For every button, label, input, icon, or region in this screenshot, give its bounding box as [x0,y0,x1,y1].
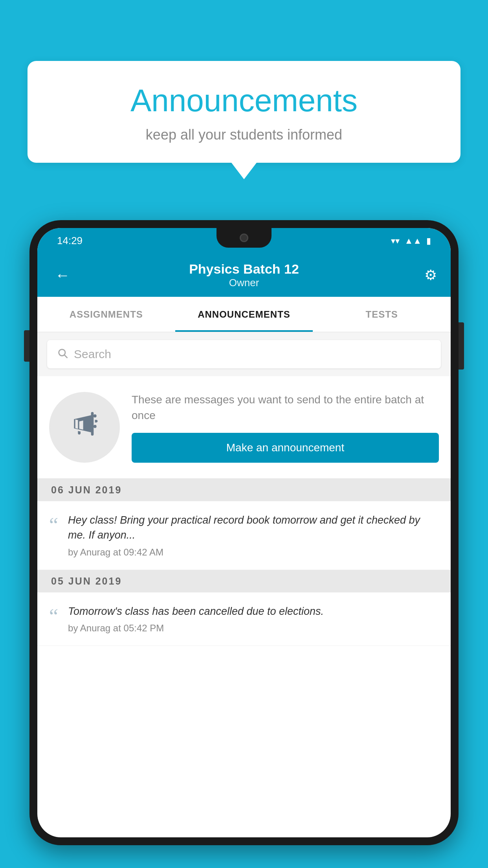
announcement-meta-2: by Anurag at 05:42 PM [68,623,439,634]
search-bar[interactable]: Search [47,340,441,368]
battery-icon: ▮ [426,236,431,246]
speech-bubble-arrow [231,163,257,179]
content-area: Search [37,332,451,646]
announcement-description: These are messages you want to send to t… [132,392,439,423]
date-label-1: 06 JUN 2019 [51,484,122,496]
app-bar-title-group: Physics Batch 12 Owner [189,261,299,289]
back-button[interactable]: ← [51,263,74,288]
camera-notch [240,234,248,242]
svg-point-2 [94,414,97,417]
announcement-meta-1: by Anurag at 09:42 AM [68,547,439,558]
announcement-prompt: These are messages you want to send to t… [37,376,451,479]
announcement-content-1: Hey class! Bring your practical record b… [68,513,439,558]
speech-bubble-container: Announcements keep all your students inf… [28,61,460,179]
status-icons: ▾▾ ▲▲ ▮ [391,236,431,246]
quote-icon-2: “ [49,606,58,627]
svg-line-1 [64,355,67,357]
announcement-content-2: Tomorrow's class has been cancelled due … [68,604,439,634]
phone-outer: 14:29 ▾▾ ▲▲ ▮ ← Physics Batch 12 Owner ⚙ [29,220,459,845]
announcement-icon-circle [49,392,120,463]
quote-icon-1: “ [49,515,58,535]
announcement-item-2[interactable]: “ Tomorrow's class has been cancelled du… [37,592,451,646]
status-bar: 14:29 ▾▾ ▲▲ ▮ [37,228,451,254]
announcement-text-2: Tomorrow's class has been cancelled due … [68,604,439,619]
date-label-2: 05 JUN 2019 [51,576,122,587]
date-separator-1: 06 JUN 2019 [37,479,451,501]
tab-announcements[interactable]: ANNOUNCEMENTS [175,297,313,332]
tab-assignments[interactable]: ASSIGNMENTS [37,297,175,332]
phone-inner: 14:29 ▾▾ ▲▲ ▮ ← Physics Batch 12 Owner ⚙ [37,228,451,837]
wifi-icon: ▾▾ [391,236,400,246]
announcement-text-1: Hey class! Bring your practical record b… [68,513,439,543]
search-icon [57,347,68,362]
app-bar-title: Physics Batch 12 [189,261,299,277]
app-bar: ← Physics Batch 12 Owner ⚙ [37,254,451,297]
bubble-subtitle: keep all your students informed [51,127,437,143]
settings-icon[interactable]: ⚙ [424,267,437,283]
speech-bubble: Announcements keep all your students inf… [28,61,460,163]
make-announcement-button[interactable]: Make an announcement [132,433,439,463]
status-time: 14:29 [57,235,83,247]
announcement-right: These are messages you want to send to t… [132,392,439,462]
signal-icon: ▲▲ [404,236,422,246]
tabs-bar: ASSIGNMENTS ANNOUNCEMENTS TESTS [37,297,451,332]
tab-tests[interactable]: TESTS [313,297,451,332]
date-separator-2: 05 JUN 2019 [37,570,451,592]
phone-container: 14:29 ▾▾ ▲▲ ▮ ← Physics Batch 12 Owner ⚙ [29,220,459,868]
notch [216,228,272,248]
megaphone-icon [69,408,100,447]
svg-point-3 [94,425,97,428]
search-placeholder: Search [74,348,111,361]
app-bar-subtitle: Owner [189,277,299,289]
search-container: Search [37,332,451,376]
announcement-item-1[interactable]: “ Hey class! Bring your practical record… [37,501,451,570]
bubble-title: Announcements [51,83,437,119]
